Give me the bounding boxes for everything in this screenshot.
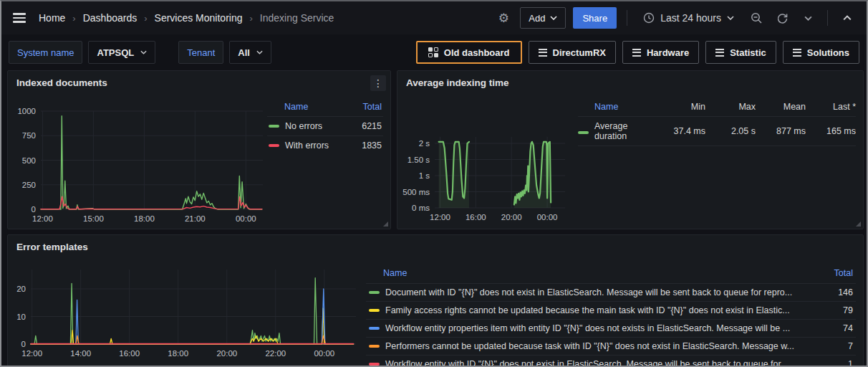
panel-resize-handle[interactable] (856, 221, 861, 227)
svg-text:20: 20 (16, 285, 26, 293)
svg-text:21:00: 21:00 (185, 214, 206, 223)
svg-text:750: 750 (22, 131, 36, 140)
breadcrumb-separator: › (72, 13, 75, 24)
list-icon (715, 49, 724, 57)
svg-text:22:00: 22:00 (265, 349, 286, 358)
collapse-topbar-button[interactable] (838, 9, 857, 27)
legend-last-header[interactable]: Last * (806, 102, 856, 112)
panel-menu-icon[interactable]: ⋮ (370, 75, 386, 91)
legend-row[interactable]: Performers cannot be updated because tas… (366, 337, 856, 355)
svg-text:18:00: 18:00 (168, 349, 188, 358)
legend-name-header[interactable]: Name (383, 268, 407, 278)
svg-text:12:00: 12:00 (21, 349, 42, 358)
chevron-down-icon (550, 16, 557, 20)
svg-text:250: 250 (22, 181, 36, 189)
clock-icon (643, 12, 655, 24)
svg-text:1000: 1000 (17, 107, 36, 115)
legend-mean-header[interactable]: Mean (756, 102, 806, 112)
list-icon (539, 49, 547, 57)
breadcrumb-separator: › (249, 13, 252, 24)
menu-icon[interactable] (10, 10, 29, 26)
svg-text:0: 0 (32, 205, 36, 214)
dashboard-settings-button[interactable]: ⚙ (494, 9, 513, 27)
directumrx-link-button[interactable]: DirectumRX (529, 41, 616, 64)
indexed-documents-chart[interactable]: 12:0015:0018:0021:0000:0002505007501000 (9, 103, 267, 229)
series-color-marker (369, 363, 380, 366)
series-color-marker (369, 291, 380, 294)
breadcrumb: Home › Dashboards › Services Monitoring … (39, 12, 334, 24)
svg-text:1 s: 1 s (419, 171, 430, 180)
average-indexing-time-chart[interactable]: 12:0016:0020:0000:000 ms500 ms1 s1.50 s2… (399, 103, 571, 229)
svg-text:14:00: 14:00 (70, 349, 91, 358)
panel-error-templates: Error templates 12:0014:0016:0018:0020:0… (7, 234, 864, 367)
svg-text:12:00: 12:00 (32, 214, 53, 223)
divider (827, 10, 828, 26)
legend-row[interactable]: Average duration 37.4 ms 2.05 s 877 ms 1… (578, 116, 856, 146)
series-color-marker (369, 345, 380, 348)
error-templates-chart[interactable]: 12:0014:0016:0018:0020:0022:0000:0001020 (9, 264, 363, 364)
series-color-marker (578, 131, 589, 134)
svg-text:00:00: 00:00 (537, 213, 558, 221)
legend-row[interactable]: With errors 1835 (267, 135, 383, 155)
svg-text:2 s: 2 s (419, 139, 430, 148)
legend-row[interactable]: Family access rights cannot be updated b… (366, 301, 856, 319)
svg-text:20:00: 20:00 (216, 349, 237, 358)
series-color-marker (369, 309, 380, 312)
svg-text:500 ms: 500 ms (402, 188, 430, 196)
chevron-down-icon (804, 16, 812, 21)
top-nav: Home › Dashboards › Services Monitoring … (1, 1, 867, 34)
avg-legend: Name Min Max Mean Last * Average duratio… (578, 100, 856, 146)
chevron-down-icon (727, 16, 734, 20)
legend-min-header[interactable]: Min (655, 102, 705, 112)
breadcrumb-home[interactable]: Home (39, 12, 65, 24)
list-icon (793, 49, 801, 57)
svg-text:10: 10 (16, 313, 26, 321)
panel-resize-handle[interactable] (383, 221, 388, 227)
panel-title[interactable]: Indexed documents (8, 71, 390, 88)
svg-text:16:00: 16:00 (119, 349, 140, 358)
chevron-down-icon (140, 50, 147, 54)
gear-icon: ⚙ (498, 11, 509, 26)
refresh-button[interactable] (773, 9, 791, 27)
zoom-out-button[interactable] (747, 9, 766, 27)
system-name-label: System name (9, 41, 82, 64)
indexed-legend: Name Total No errors 6215 With errors 18… (267, 100, 383, 155)
legend-total-header[interactable]: Total (834, 268, 853, 278)
solutions-link-button[interactable]: Solutions (783, 41, 859, 64)
legend-name-header[interactable]: Name (284, 102, 308, 112)
svg-text:16:00: 16:00 (466, 213, 486, 221)
breadcrumb-services-monitoring[interactable]: Services Monitoring (155, 12, 243, 24)
hardware-link-button[interactable]: Hardware (622, 41, 699, 64)
svg-text:0 ms: 0 ms (412, 204, 430, 212)
legend-max-header[interactable]: Max (705, 102, 756, 112)
grafana-dashboard-window: Home › Dashboards › Services Monitoring … (0, 0, 868, 367)
system-name-select[interactable]: ATPSQL (88, 41, 155, 64)
legend-name-header[interactable]: Name (594, 102, 655, 112)
tenant-select[interactable]: All (229, 41, 271, 64)
svg-text:20:00: 20:00 (501, 213, 522, 221)
legend-total-header[interactable]: Total (363, 102, 382, 112)
zoom-out-icon (751, 12, 763, 24)
share-button[interactable]: Share (573, 7, 617, 29)
legend-row[interactable]: Workflow entity with ID "{N}" does not e… (366, 355, 856, 367)
svg-text:12:00: 12:00 (430, 213, 450, 221)
chevron-up-icon (843, 15, 852, 21)
legend-row[interactable]: Document with ID "{N}" does not exist in… (366, 283, 856, 301)
svg-text:00:00: 00:00 (314, 349, 334, 358)
time-range-label: Last 24 hours (660, 12, 721, 24)
list-icon (632, 49, 641, 57)
breadcrumb-dashboards[interactable]: Dashboards (83, 12, 138, 24)
time-range-picker[interactable]: Last 24 hours (637, 7, 740, 29)
panel-title[interactable]: Error templates (8, 235, 863, 252)
panel-title[interactable]: Average indexing time (397, 71, 863, 88)
statistic-link-button[interactable]: Statistic (705, 41, 776, 64)
apps-grid-icon (428, 47, 438, 57)
legend-row[interactable]: Workflow entity properties item with ent… (366, 319, 856, 337)
svg-text:15:00: 15:00 (83, 214, 104, 223)
panel-indexed-documents: Indexed documents ⋮ 12:0015:0018:0021:00… (7, 70, 391, 229)
refresh-interval-dropdown[interactable] (799, 9, 817, 27)
add-button[interactable]: Add (520, 7, 566, 29)
breadcrumb-separator: › (144, 13, 147, 24)
old-dashboard-link-button[interactable]: Old dashboard (416, 41, 522, 64)
legend-row[interactable]: No errors 6215 (267, 116, 383, 135)
